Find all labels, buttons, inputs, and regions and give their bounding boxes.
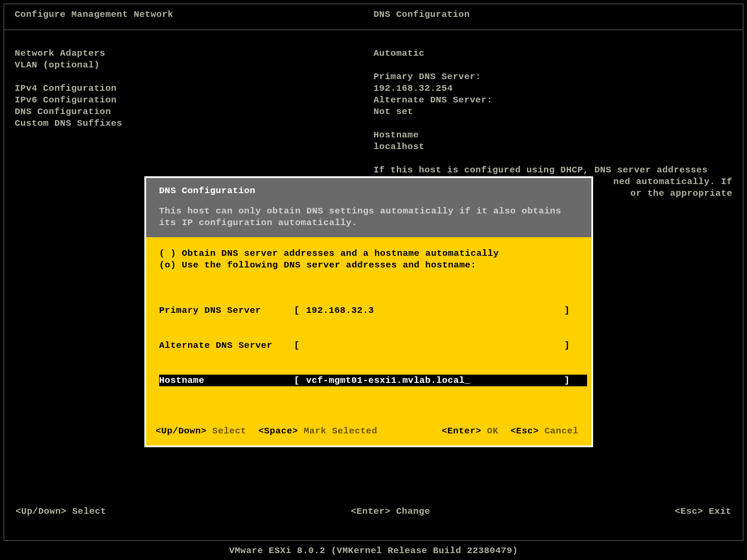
- dlg-hint-space-key: <Space>: [259, 426, 298, 436]
- radio-auto[interactable]: ( ) Obtain DNS server addresses and a ho…: [159, 248, 587, 259]
- dialog-fields: Primary DNS Server [ 192.168.32.3 ] Alte…: [159, 281, 587, 410]
- dlg-hint-updown-act: Select: [212, 426, 246, 436]
- menu-item-vlan[interactable]: VLAN (optional): [15, 59, 374, 71]
- menu-item-network-adapters[interactable]: Network Adapters: [15, 48, 374, 59]
- dialog-title: DNS Configuration: [159, 185, 578, 197]
- field-hostname[interactable]: Hostname [ vcf-mgmt01-esxi1.mvlab.local …: [159, 375, 587, 386]
- info-mode: Automatic: [374, 48, 732, 59]
- info-host-label: Hostname: [374, 129, 732, 141]
- header-right-title: DNS Configuration: [374, 9, 732, 20]
- info-note-l1: If this host is configured using DHCP, D…: [374, 164, 732, 176]
- field-alt-dns[interactable]: Alternate DNS Server [ ]: [159, 340, 587, 351]
- dialog-header: DNS Configuration This host can only obt…: [146, 178, 591, 237]
- header-left-title: Configure Management Network: [15, 9, 374, 20]
- info-primary-value: 192.168.32.254: [374, 83, 732, 94]
- hint-updown: <Up/Down> Select: [16, 506, 106, 520]
- info-host-value: localhost: [374, 141, 732, 153]
- info-note-l3b: or the appropriate: [630, 188, 732, 198]
- field-primary-dns[interactable]: Primary DNS Server [ 192.168.32.3 ]: [159, 305, 587, 316]
- field-alt-value[interactable]: [306, 340, 559, 351]
- hint-enter: <Enter> Change: [351, 506, 430, 520]
- dlg-hint-enter-act[interactable]: OK: [487, 426, 498, 436]
- header-rule: [4, 29, 743, 30]
- field-primary-label: Primary DNS Server: [159, 305, 294, 316]
- dlg-hint-esc-key[interactable]: <Esc>: [511, 426, 539, 436]
- menu-item-dns-suffixes[interactable]: Custom DNS Suffixes: [15, 118, 374, 129]
- esxi-dcui-screen: Configure Management Network DNS Configu…: [0, 0, 747, 560]
- dlg-hint-space-act: Mark Selected: [303, 426, 377, 436]
- version-line: VMware ESXi 8.0.2 (VMKernel Release Buil…: [0, 545, 747, 557]
- info-primary-label: Primary DNS Server:: [374, 71, 732, 83]
- field-host-value[interactable]: vcf-mgmt01-esxi1.mvlab.local: [306, 375, 559, 386]
- menu-item-ipv6[interactable]: IPv6 Configuration: [15, 94, 374, 106]
- field-primary-value[interactable]: 192.168.32.3: [306, 305, 559, 316]
- info-alt-value: Not set: [374, 106, 732, 118]
- dialog-subtitle-l1: This host can only obtain DNS settings a…: [159, 205, 578, 217]
- field-host-label: Hostname: [159, 375, 294, 386]
- dlg-hint-updown-key: <Up/Down>: [156, 426, 207, 436]
- field-alt-label: Alternate DNS Server: [159, 340, 294, 351]
- radio-manual[interactable]: (o) Use the following DNS server address…: [159, 259, 587, 271]
- dns-config-dialog: DNS Configuration This host can only obt…: [144, 176, 593, 447]
- dialog-body: ( ) Obtain DNS server addresses and a ho…: [146, 237, 591, 420]
- dlg-hint-enter-key[interactable]: <Enter>: [442, 426, 482, 436]
- panel-header: Configure Management Network DNS Configu…: [4, 4, 743, 26]
- info-note-l2b: ned automatically. If: [613, 177, 732, 187]
- menu-item-ipv4[interactable]: IPv4 Configuration: [15, 83, 374, 94]
- dialog-subtitle-l2: its IP configuration automatically.: [159, 217, 578, 229]
- info-alt-label: Alternate DNS Server:: [374, 94, 732, 106]
- dialog-footer-hints: <Up/Down> Select <Space> Mark Selected <…: [146, 420, 591, 445]
- menu-item-dns[interactable]: DNS Configuration: [15, 106, 374, 118]
- hint-esc: <Esc> Exit: [675, 506, 731, 520]
- dlg-hint-esc-act[interactable]: Cancel: [544, 426, 578, 436]
- panel-footer-hints: <Up/Down> Select <Enter> Change <Esc> Ex…: [9, 503, 738, 520]
